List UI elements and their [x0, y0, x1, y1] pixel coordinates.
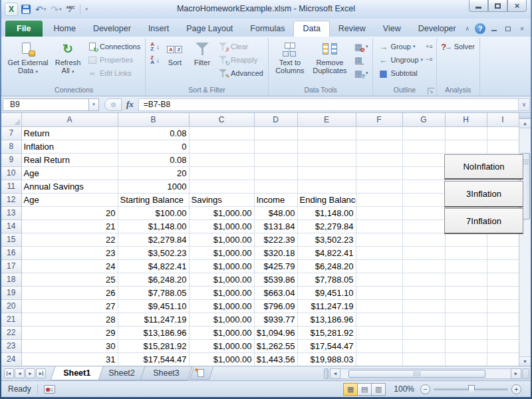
cell-D21[interactable]: $939.77	[254, 313, 297, 326]
filter-button[interactable]: Filter	[189, 39, 215, 85]
row-header-21[interactable]: 21	[1, 313, 21, 326]
insert-worksheet-button[interactable]: ◆	[190, 367, 213, 380]
row-header-12[interactable]: 12	[1, 193, 21, 206]
last-sheet-icon[interactable]: ►	[36, 368, 46, 378]
first-sheet-icon[interactable]: ◄	[4, 368, 14, 378]
ribbon-tab-developer[interactable]: Developer	[410, 21, 465, 37]
cell-A24[interactable]: 31	[21, 352, 118, 366]
sort-button[interactable]: AZ Sort	[162, 39, 188, 85]
cell-C24[interactable]: $1,000.00	[189, 352, 254, 366]
cell-E9[interactable]	[297, 153, 356, 166]
cell-E13[interactable]: $1,148.00	[297, 206, 356, 219]
cell-C17[interactable]: $1,000.00	[189, 259, 254, 273]
cell-D19[interactable]: $663.04	[254, 286, 297, 299]
row-header-17[interactable]: 17	[1, 259, 21, 273]
qat-customize-button[interactable]: ▾	[84, 3, 90, 16]
cell-H20[interactable]	[445, 299, 487, 313]
restore-button[interactable]	[488, 0, 507, 12]
cell-G7[interactable]	[402, 126, 445, 140]
ribbon-tab-home[interactable]: Home	[45, 21, 84, 37]
scroll-down-icon[interactable]: ▼	[519, 356, 531, 366]
zoom-slider-track[interactable]	[434, 388, 508, 390]
cell-B21[interactable]: $11,247.19	[118, 313, 189, 326]
cell-G19[interactable]	[402, 286, 445, 299]
workbook-minimize-icon[interactable]	[489, 24, 499, 33]
cell-G14[interactable]	[402, 219, 445, 233]
cell-E7[interactable]	[297, 126, 356, 140]
tab-split-handle[interactable]	[324, 368, 329, 379]
reapply-filter-button[interactable]: ↻Reapply	[217, 54, 265, 66]
cell-E10[interactable]	[297, 166, 356, 180]
cell-D7[interactable]	[254, 126, 297, 140]
remove-duplicates-button[interactable]: → Remove Duplicates	[309, 39, 350, 85]
cell-B16[interactable]: $3,502.23	[118, 246, 189, 259]
ribbon-tab-view[interactable]: View	[374, 21, 410, 37]
cell-F9[interactable]	[356, 153, 402, 166]
excel-logo-icon[interactable]: X	[5, 3, 18, 16]
minimize-ribbon-icon[interactable]: ∧	[463, 25, 471, 33]
cell-A16[interactable]: 23	[21, 246, 118, 259]
row-header-18[interactable]: 18	[1, 273, 21, 286]
cell-E16[interactable]: $4,822.41	[297, 246, 356, 259]
cell-C23[interactable]: $1,000.00	[189, 339, 254, 352]
cell-G18[interactable]	[402, 273, 445, 286]
help-icon[interactable]: ?	[475, 23, 485, 34]
cell-A23[interactable]: 30	[21, 339, 118, 352]
cell-E21[interactable]: $13,186.96	[297, 313, 356, 326]
cell-H16[interactable]	[445, 246, 487, 259]
cell-D15[interactable]: $222.39	[254, 233, 297, 246]
row-header-9[interactable]: 9	[1, 153, 21, 166]
edit-links-button[interactable]: ∞Edit Links	[86, 67, 142, 79]
cell-E11[interactable]	[297, 180, 356, 193]
cell-G8[interactable]	[402, 140, 445, 153]
ribbon-tab-page-layout[interactable]: Page Layout	[178, 21, 241, 37]
cell-F21[interactable]	[356, 313, 402, 326]
cell-A12[interactable]: Age	[21, 193, 118, 206]
sort-ascending-button[interactable]: AZ↓	[149, 41, 161, 53]
macro-button-7inflation[interactable]: 7Inflation	[444, 208, 523, 234]
cell-E24[interactable]: $19,988.03	[297, 352, 356, 366]
cell-D12[interactable]: Income	[254, 193, 297, 206]
cell-C13[interactable]: $1,000.00	[189, 206, 254, 219]
cell-A11[interactable]: Annual Savings	[21, 180, 118, 193]
cell-D8[interactable]	[254, 140, 297, 153]
cell-B12[interactable]: Starting Balance	[118, 193, 189, 206]
horizontal-scroll-track[interactable]	[340, 368, 511, 379]
formula-input[interactable]: =B7-B8	[138, 98, 518, 111]
cell-A14[interactable]: 21	[21, 219, 118, 233]
previous-sheet-icon[interactable]: ◄	[15, 368, 25, 378]
cell-A19[interactable]: 26	[21, 286, 118, 299]
macro-button-noinflation[interactable]: NoInflation	[444, 154, 523, 180]
record-macro-icon[interactable]	[44, 385, 55, 394]
cell-F10[interactable]	[356, 166, 402, 180]
cell-A10[interactable]: Age	[21, 166, 118, 180]
cell-E19[interactable]: $9,451.10	[297, 286, 356, 299]
cell-D17[interactable]: $425.79	[254, 259, 297, 273]
cell-B14[interactable]: $1,148.00	[118, 219, 189, 233]
redo-button[interactable]: ↷▾	[49, 3, 63, 16]
cell-C14[interactable]: $1,000.00	[189, 219, 254, 233]
cell-G12[interactable]	[402, 193, 445, 206]
cell-B23[interactable]: $15,281.92	[118, 339, 189, 352]
cell-D18[interactable]: $539.86	[254, 273, 297, 286]
row-header-20[interactable]: 20	[1, 299, 21, 313]
cell-F24[interactable]	[356, 352, 402, 366]
spelling-button[interactable]: ABC✓	[65, 3, 76, 16]
cell-H22[interactable]	[445, 326, 487, 339]
cell-F14[interactable]	[356, 219, 402, 233]
cell-A15[interactable]: 22	[21, 233, 118, 246]
cell-E12[interactable]: Ending Balance	[297, 193, 356, 206]
cell-G22[interactable]	[402, 326, 445, 339]
col-header-B[interactable]: B	[118, 113, 189, 126]
expand-formula-bar-icon[interactable]: ∨	[518, 98, 530, 111]
cell-D22[interactable]: $1,094.96	[254, 326, 297, 339]
get-external-data-button[interactable]: Get External Data ▾	[6, 39, 50, 85]
sheet-tab-sheet3[interactable]: Sheet3	[140, 366, 192, 380]
split-handle[interactable]	[519, 113, 531, 119]
normal-view-button[interactable]: ▦	[343, 383, 358, 396]
cell-E15[interactable]: $3,502.23	[297, 233, 356, 246]
cell-I8[interactable]	[487, 140, 519, 153]
scroll-left-icon[interactable]: ◄	[330, 368, 340, 379]
cell-B13[interactable]: $100.00	[118, 206, 189, 219]
cell-C7[interactable]	[189, 126, 254, 140]
